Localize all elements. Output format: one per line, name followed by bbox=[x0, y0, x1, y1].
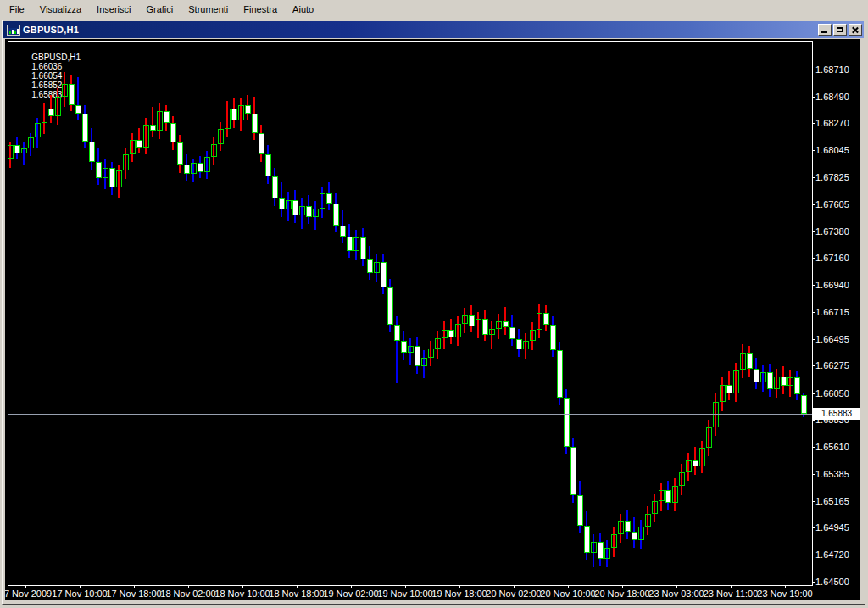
time-axis-label: 18 Nov 10:00 bbox=[214, 588, 270, 599]
candle-body bbox=[455, 324, 461, 337]
candle-body bbox=[415, 346, 420, 366]
candle-body bbox=[279, 198, 285, 209]
candle-body bbox=[794, 377, 800, 394]
candle-body bbox=[530, 330, 536, 341]
candle-body bbox=[8, 145, 14, 159]
price-axis-label: 1.64720 bbox=[815, 549, 849, 560]
price-axis-label: 1.66275 bbox=[815, 360, 849, 371]
candle-body bbox=[645, 514, 651, 527]
time-axis-label: 23 Nov 19:00 bbox=[757, 588, 812, 599]
time-axis-label: 19 Nov 02:00 bbox=[323, 588, 378, 599]
chart-canvas[interactable]: GBPUSD,H1 1.66036 1.66054 1.65852 1.6588… bbox=[5, 39, 860, 600]
candle-body bbox=[42, 109, 47, 123]
candle-body bbox=[360, 237, 366, 259]
candle-wick bbox=[152, 107, 153, 137]
price-axis-label: 1.66495 bbox=[815, 334, 849, 344]
price-axis-label: 1.65385 bbox=[815, 469, 849, 479]
menu-grafici[interactable]: Grafici bbox=[138, 2, 181, 17]
candle-body bbox=[516, 339, 522, 349]
restore-button[interactable] bbox=[833, 24, 847, 36]
chart-window-icon bbox=[7, 25, 20, 36]
menu-visualizza[interactable]: Visualizza bbox=[32, 2, 89, 17]
candle-body bbox=[591, 542, 597, 553]
candle-body bbox=[469, 315, 475, 326]
candle-body bbox=[286, 200, 292, 209]
candle-body bbox=[611, 534, 617, 548]
candle-body bbox=[774, 377, 780, 389]
candle-body bbox=[706, 427, 712, 448]
price-axis-label: 1.64945 bbox=[815, 522, 849, 533]
price-axis-label: 1.68490 bbox=[815, 92, 849, 102]
candle-body bbox=[136, 140, 142, 148]
candle-body bbox=[693, 460, 698, 466]
price-axis-label: 1.65610 bbox=[815, 442, 849, 452]
candle-body bbox=[89, 142, 95, 162]
candle-body bbox=[523, 341, 529, 349]
time-axis-label: 20 Nov 02:00 bbox=[486, 588, 541, 599]
candle-body bbox=[781, 377, 787, 386]
candle-body bbox=[584, 526, 590, 553]
candle-body bbox=[381, 262, 387, 287]
price-axis-label: 1.66050 bbox=[815, 388, 849, 399]
candle-body bbox=[632, 532, 637, 540]
price-axis-label: 1.67380 bbox=[815, 226, 849, 237]
candle-body bbox=[170, 123, 176, 142]
candle-body bbox=[408, 346, 414, 353]
menu-strumenti[interactable]: Strumenti bbox=[181, 2, 236, 17]
candle-body bbox=[157, 111, 163, 131]
candle-body bbox=[733, 370, 739, 393]
candle-body bbox=[28, 137, 34, 148]
menu-file[interactable]: File bbox=[2, 2, 32, 17]
time-axis-label: 17 Nov 10:00 bbox=[52, 588, 107, 599]
candle-body bbox=[48, 109, 54, 116]
candle-body bbox=[570, 447, 576, 495]
candle-body bbox=[55, 97, 61, 116]
candle-body bbox=[598, 542, 604, 559]
candle-body bbox=[150, 125, 156, 131]
chart-window-titlebar[interactable]: GBPUSD,H1 bbox=[3, 21, 864, 38]
candle-body bbox=[204, 157, 210, 172]
candle-body bbox=[543, 313, 549, 325]
candle-body bbox=[713, 402, 719, 427]
candle-body bbox=[503, 321, 509, 327]
candle-body bbox=[401, 341, 407, 353]
candle-body bbox=[564, 398, 570, 447]
candle-body bbox=[164, 111, 170, 123]
time-axis-label: 19 Nov 10:00 bbox=[377, 588, 432, 599]
candle-body bbox=[109, 168, 115, 187]
candle-body bbox=[259, 133, 264, 154]
candle-body bbox=[198, 163, 203, 172]
candle-body bbox=[577, 495, 583, 526]
candle-body bbox=[686, 460, 692, 472]
candle-body bbox=[340, 226, 346, 237]
candle-body bbox=[740, 353, 746, 370]
candle-body bbox=[225, 109, 231, 129]
candle-body bbox=[320, 193, 326, 209]
restore-icon bbox=[837, 27, 843, 32]
menu-aiuto[interactable]: Aiuto bbox=[285, 2, 321, 17]
menu-finestra[interactable]: Finestra bbox=[236, 2, 285, 17]
candle-body bbox=[211, 144, 217, 157]
current-price-tag: 1.65883 bbox=[813, 408, 860, 420]
candle-body bbox=[299, 206, 305, 215]
candle-body bbox=[35, 123, 41, 137]
candle-body bbox=[69, 84, 75, 105]
candle-body bbox=[177, 142, 183, 165]
candle-body bbox=[130, 140, 136, 154]
price-axis-label: 1.66715 bbox=[815, 307, 849, 317]
candle-body bbox=[103, 168, 108, 178]
time-axis-line bbox=[8, 585, 813, 586]
time-axis-label: 19 Nov 18:00 bbox=[431, 588, 487, 599]
minimize-button[interactable] bbox=[818, 24, 832, 36]
price-axis-label: 1.68710 bbox=[815, 64, 849, 75]
candle-body bbox=[123, 154, 129, 170]
candle-body bbox=[62, 84, 68, 97]
candle-body bbox=[604, 548, 610, 559]
candle-body bbox=[672, 486, 678, 503]
menu-inserisci[interactable]: Inserisci bbox=[89, 2, 138, 17]
candle-body bbox=[787, 377, 793, 386]
candle-body bbox=[218, 129, 224, 144]
candle-body bbox=[509, 327, 515, 339]
close-button[interactable] bbox=[849, 24, 862, 36]
candle-body bbox=[238, 105, 244, 120]
